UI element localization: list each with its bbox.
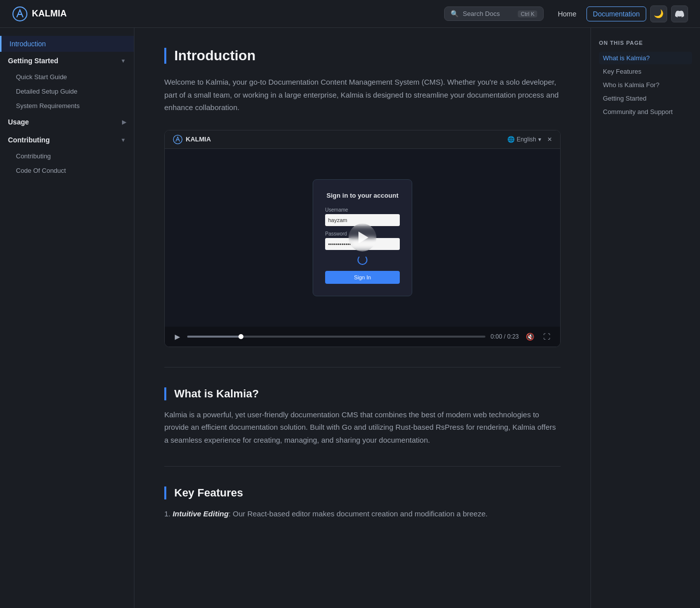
toc-item-community-support[interactable]: Community and Support [599,106,692,118]
video-progress-dot [238,334,243,339]
video-fullscreen-button[interactable]: ⛶ [541,332,552,342]
globe-icon: 🌐 [507,136,515,143]
logo-text: KALMIA [32,8,67,19]
video-play-button[interactable]: ▶ [173,332,182,342]
sidebar-item-introduction[interactable]: Introduction [0,36,134,52]
sidebar-section-getting-started[interactable]: Getting Started ▼ [0,52,134,70]
signin-button[interactable]: Sign In [325,271,400,284]
toc-item-getting-started[interactable]: Getting Started [599,92,692,105]
toc-item-what-is-kalmia[interactable]: What is Kalmia? [599,52,692,64]
chevron-down-icon: ▼ [120,58,126,64]
video-progress-bar[interactable] [187,336,485,338]
section-divider-2 [164,466,561,467]
chevron-down-icon-2: ▼ [120,137,126,143]
navbar-right: Home Documentation 🌙 [552,5,688,22]
video-time-display: 0:00 / 0:23 [490,333,519,340]
sidebar-item-detailed-setup[interactable]: Detailed Setup Guide [0,84,134,99]
search-placeholder: Search Docs [463,10,499,17]
play-button-overlay[interactable] [349,224,376,251]
sidebar-usage-label: Usage [8,118,29,126]
signin-title: Sign in to your account [325,192,400,199]
feature-item-1: 1. Intuitive Editing: Our React-based ed… [164,507,561,520]
sidebar: Introduction Getting Started ▼ Quick Sta… [0,28,134,608]
navbar: KALMIA 🔍 Search Docs Ctrl K Home Documen… [0,0,700,28]
close-video-icon[interactable]: ✕ [547,136,552,143]
sidebar-introduction-label: Introduction [9,40,46,48]
toc-title: ON THIS PAGE [599,40,692,46]
kalmia-logo-icon [12,6,28,22]
search-icon: 🔍 [451,10,459,17]
toc-item-who-is-kalmia-for[interactable]: Who is Kalmia For? [599,79,692,91]
section-divider-1 [164,367,561,367]
video-player: KALMIA 🌐 English ▾ ✕ Sign in to your acc… [164,130,561,347]
sidebar-getting-started-label: Getting Started [8,57,58,65]
chevron-right-icon: ▶ [122,119,126,125]
username-field: Username hayzam [325,207,400,226]
video-controls: ▶ 0:00 / 0:23 🔇 ⛶ [165,327,560,347]
sidebar-section-contributing[interactable]: Contributing ▼ [0,131,134,149]
layout: Introduction Getting Started ▼ Quick Sta… [0,28,700,608]
sidebar-item-code-of-conduct[interactable]: Code Of Conduct [0,163,134,178]
video-time-total: 0:23 [507,333,519,340]
what-is-kalmia-text: Kalmia is a powerful, yet user-friendly … [164,408,561,447]
theme-toggle-button[interactable]: 🌙 [650,5,667,22]
sidebar-section-usage[interactable]: Usage ▶ [0,113,134,131]
docs-link[interactable]: Documentation [586,6,646,21]
logo[interactable]: KALMIA [12,6,67,22]
table-of-contents: ON THIS PAGE What is Kalmia? Key Feature… [590,28,700,608]
username-label: Username [325,207,400,213]
sidebar-item-system-requirements[interactable]: System Requirements [0,99,134,113]
toc-item-key-features[interactable]: Key Features [599,65,692,78]
main-content: Introduction Welcome to Kalmia, your go-… [134,28,590,608]
play-triangle-icon [358,232,368,243]
what-is-kalmia-title: What is Kalmia? [164,387,561,400]
video-lang-label: English [517,136,536,143]
home-link[interactable]: Home [552,7,582,21]
page-title: Introduction [164,48,561,64]
video-logo: KALMIA [173,134,211,144]
feature-label-1: Intuitive Editing [173,509,229,518]
video-body: Sign in to your account Username hayzam … [165,149,560,327]
video-time-current: 0:00 [490,333,502,340]
key-features-title: Key Features [164,486,561,499]
sidebar-contributing-label: Contributing [8,136,50,144]
chevron-down-icon-3: ▾ [538,136,541,143]
loading-spinner [357,255,367,265]
video-header: KALMIA 🌐 English ▾ ✕ [165,130,560,149]
video-screenshot: Sign in to your account Username hayzam … [165,149,560,327]
video-progress-fill [187,336,241,338]
search-bar[interactable]: 🔍 Search Docs Ctrl K [444,6,544,21]
feature-desc-1: : Our React-based editor makes document … [229,509,487,518]
discord-button[interactable] [671,5,688,22]
video-mute-button[interactable]: 🔇 [524,332,536,342]
sidebar-item-quick-start[interactable]: Quick Start Guide [0,70,134,84]
discord-icon [675,9,684,18]
sidebar-item-contributing[interactable]: Contributing [0,149,134,163]
page-intro: Welcome to Kalmia, your go-to Documentat… [164,76,561,114]
search-shortcut: Ctrl K [518,10,538,17]
video-logo-text: KALMIA [186,135,211,143]
video-language-selector[interactable]: 🌐 English ▾ ✕ [507,136,552,143]
